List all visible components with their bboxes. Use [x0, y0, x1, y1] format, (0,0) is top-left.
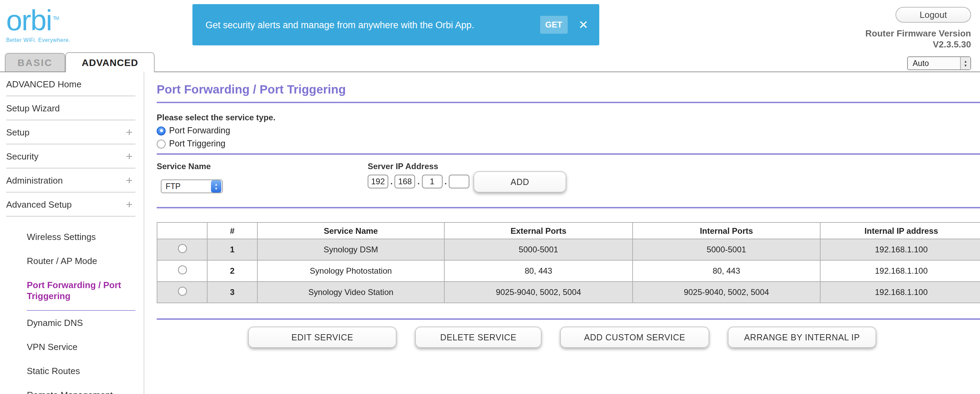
ip-octet-1-field[interactable]: [368, 175, 388, 188]
sidebar-item-label: Advanced Setup: [6, 199, 72, 209]
cell-number: 2: [207, 260, 258, 282]
ip-octet-4-field[interactable]: [449, 175, 469, 188]
add-service-form: Service Name Server IP Address FTP ▲▼ . …: [157, 161, 980, 206]
row-select-radio[interactable]: [178, 244, 186, 253]
ip-octet-3-field[interactable]: [422, 175, 442, 188]
header: orbiTM Better WiFi. Everywhere. Get secu…: [0, 0, 980, 72]
viewport: orbiTM Better WiFi. Everywhere. Get secu…: [0, 0, 980, 394]
header-number: #: [207, 222, 258, 239]
server-ip-fields: . . .: [368, 175, 469, 188]
cell-internal-ports: 9025-9040, 5002, 5004: [633, 282, 820, 303]
header-select: [157, 222, 207, 239]
ip-dot: .: [417, 177, 420, 187]
arrange-by-internal-ip-button[interactable]: ARRANGE BY INTERNAL IP: [728, 327, 876, 348]
sidebar-item-label: Security: [6, 151, 38, 161]
row-select-radio[interactable]: [178, 287, 186, 296]
sidebar-item-administration[interactable]: Administration+: [6, 169, 135, 193]
ip-octet-2-field[interactable]: [395, 175, 415, 188]
sidebar-item-router-ap-mode[interactable]: Router / AP Mode: [27, 249, 135, 273]
orbi-logo: orbiTM Better WiFi. Everywhere.: [6, 3, 70, 43]
firmware-version: Router Firmware Version V2.3.5.30: [865, 28, 971, 50]
sidebar-item-security[interactable]: Security+: [6, 144, 135, 169]
divider: [157, 153, 980, 155]
cell-external-ports: 5000-5001: [444, 239, 633, 260]
service-name-select-value: FTP: [165, 182, 180, 190]
divider: [157, 207, 980, 208]
logo-wordmark: orbiTM: [6, 3, 70, 37]
cell-select: [157, 282, 207, 303]
sidebar-item-label: ADVANCED Home: [6, 79, 81, 89]
table-row: 3 Synology Video Station 9025-9040, 5002…: [157, 282, 980, 303]
sidebar-item-dynamic-dns[interactable]: Dynamic DNS: [27, 311, 135, 335]
edit-service-button[interactable]: EDIT SERVICE: [248, 327, 396, 348]
radio-label: Port Forwarding: [169, 126, 230, 136]
sidebar-item-advanced-home[interactable]: ADVANCED Home: [6, 72, 135, 96]
ip-dot: .: [390, 177, 393, 187]
header-external-ports: External Ports: [444, 222, 633, 239]
divider: [157, 318, 980, 320]
cell-service-name: Synology Photostation: [258, 260, 444, 282]
radio-unselected-icon[interactable]: [157, 139, 165, 148]
header-internal-ip: Internal IP address: [820, 222, 980, 239]
cell-internal-ip: 192.168.1.100: [820, 239, 980, 260]
page-title: Port Forwarding / Port Triggering: [157, 82, 980, 97]
page-body: ADVANCED Home Setup Wizard Setup+ Securi…: [0, 72, 980, 394]
expand-plus-icon[interactable]: +: [126, 150, 135, 162]
server-ip-label: Server IP Address: [368, 161, 438, 171]
logout-button[interactable]: Logout: [896, 7, 971, 23]
table-row: 1 Synology DSM 5000-5001 5000-5001 192.1…: [157, 239, 980, 260]
sidebar-item-port-forwarding[interactable]: Port Forwarding / Port Triggering: [27, 273, 135, 311]
port-forwarding-table: # Service Name External Ports Internal P…: [157, 222, 980, 303]
tab-advanced[interactable]: ADVANCED: [65, 52, 154, 72]
radio-port-forwarding[interactable]: Port Forwarding: [157, 126, 980, 136]
add-button[interactable]: ADD: [474, 171, 566, 193]
sidebar-item-setup-wizard[interactable]: Setup Wizard: [6, 96, 135, 120]
service-name-label: Service Name: [157, 161, 211, 171]
banner-text: Get security alerts and manage from anyw…: [205, 19, 540, 30]
select-stepper-icon: ▲▼: [211, 180, 221, 193]
router-admin-page: orbiTM Better WiFi. Everywhere. Get secu…: [0, 0, 980, 394]
radio-selected-icon[interactable]: [157, 126, 165, 135]
sidebar-item-wireless-settings[interactable]: Wireless Settings: [27, 225, 135, 249]
cell-external-ports: 9025-9040, 5002, 5004: [444, 282, 633, 303]
get-app-button[interactable]: GET: [540, 16, 568, 34]
table-actions: EDIT SERVICE DELETE SERVICE ADD CUSTOM S…: [248, 327, 980, 348]
radio-port-triggering[interactable]: Port Triggering: [157, 139, 980, 148]
sidebar-item-remote-management[interactable]: Remote Management: [27, 383, 135, 394]
row-select-radio[interactable]: [178, 265, 186, 274]
header-internal-ports: Internal Ports: [633, 222, 820, 239]
sidebar: ADVANCED Home Setup Wizard Setup+ Securi…: [0, 72, 144, 394]
select-stepper-icon: ▲▼: [960, 57, 970, 69]
sidebar-item-vpn-service[interactable]: VPN Service: [27, 335, 135, 359]
add-custom-service-button[interactable]: ADD CUSTOM SERVICE: [560, 327, 709, 348]
divider: [157, 102, 980, 103]
sidebar-item-setup[interactable]: Setup+: [6, 120, 135, 144]
tab-basic[interactable]: BASIC: [5, 53, 65, 72]
table-row: 2 Synology Photostation 80, 443 80, 443 …: [157, 260, 980, 282]
cell-internal-ip: 192.168.1.100: [820, 260, 980, 282]
expand-plus-icon[interactable]: +: [126, 126, 135, 138]
delete-service-button[interactable]: DELETE SERVICE: [415, 327, 541, 348]
header-service-name: Service Name: [258, 222, 444, 239]
cell-internal-ports: 5000-5001: [633, 239, 820, 260]
main-content: Port Forwarding / Port Triggering Please…: [144, 72, 980, 394]
expand-plus-icon[interactable]: +: [126, 174, 135, 186]
service-name-select[interactable]: FTP ▲▼: [161, 179, 223, 193]
cell-select: [157, 260, 207, 282]
cell-number: 3: [207, 282, 258, 303]
expand-plus-icon[interactable]: +: [126, 198, 135, 210]
cell-number: 1: [207, 239, 258, 260]
logo-tagline: Better WiFi. Everywhere.: [6, 37, 70, 43]
logo-trademark: TM: [53, 16, 59, 21]
table-header-row: # Service Name External Ports Internal P…: [157, 222, 980, 239]
cell-service-name: Synology Video Station: [258, 282, 444, 303]
sidebar-item-static-routes[interactable]: Static Routes: [27, 359, 135, 383]
logo-brand-text: orbi: [6, 4, 51, 37]
tab-bar: BASIC ADVANCED: [5, 52, 154, 72]
cell-select: [157, 239, 207, 260]
language-select[interactable]: Auto ▲▼: [907, 56, 971, 70]
firmware-version-number: V2.3.5.30: [865, 39, 971, 50]
app-promo-banner: Get security alerts and manage from anyw…: [192, 4, 599, 45]
banner-close-icon[interactable]: ✕: [579, 19, 589, 30]
sidebar-item-advanced-setup[interactable]: Advanced Setup+: [6, 193, 135, 217]
